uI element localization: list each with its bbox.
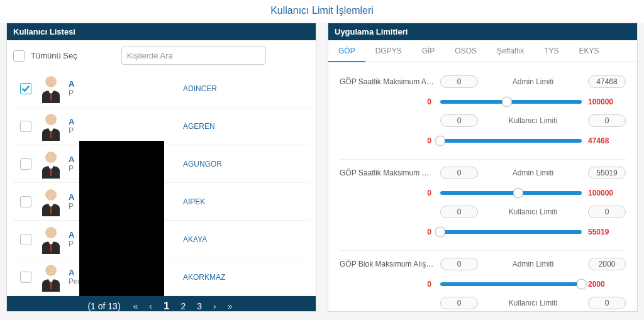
- slider[interactable]: [440, 136, 582, 145]
- slider-min: 0: [340, 280, 434, 289]
- user-checkbox[interactable]: [20, 83, 31, 94]
- svg-rect-11: [50, 282, 52, 289]
- tabs: GÖPDGPYSGİPOSOSŞeffaflıkTYSEKYS: [328, 40, 637, 62]
- limit-group: GÖP Saatlik Maksimum Alış…0Admin Limiti4…: [340, 69, 626, 160]
- limit-min-box[interactable]: 0: [440, 75, 478, 88]
- select-all-checkbox[interactable]: [13, 50, 25, 62]
- slider-track: [440, 139, 582, 143]
- page-title: Kullanıcı Limit İşlemleri: [0, 0, 644, 23]
- pager-next-icon[interactable]: ›: [211, 301, 219, 311]
- slider[interactable]: [440, 189, 582, 197]
- slider-thumb[interactable]: [502, 97, 512, 107]
- user-checkbox[interactable]: [20, 272, 31, 283]
- user-role: P: [69, 126, 158, 135]
- limit-min-box[interactable]: 0: [440, 258, 478, 270]
- limit-type-label: Kullanıcı Limiti: [505, 299, 562, 307]
- pager-last-icon[interactable]: »: [225, 301, 235, 311]
- slider[interactable]: [440, 228, 582, 236]
- tab-ekys[interactable]: EKYS: [569, 40, 609, 62]
- limit-max-box[interactable]: 55019: [588, 167, 626, 179]
- user-code: AKAYA: [158, 235, 207, 244]
- limit-title: GÖP Saatlik Maksimum Alış…: [340, 77, 434, 86]
- limit-type-label: Kullanıcı Limiti: [505, 207, 562, 216]
- slider-min: 0: [340, 97, 434, 106]
- slider-thumb[interactable]: [513, 188, 523, 198]
- tab-dgpys[interactable]: DGPYS: [365, 40, 412, 62]
- limit-min-box[interactable]: 0: [440, 167, 478, 179]
- user-row: APAGEREN: [13, 108, 309, 145]
- pager-page-1[interactable]: 1: [161, 300, 172, 312]
- slider-thumb[interactable]: [577, 279, 587, 289]
- user-checkbox[interactable]: [20, 121, 31, 132]
- search-wrapper: [121, 47, 266, 65]
- user-name: A: [69, 79, 158, 89]
- slider-min: 0: [340, 136, 434, 145]
- limits-panel: Uygulama Limitleri GÖPDGPYSGİPOSOSŞeffaf…: [328, 23, 638, 312]
- redacted-block: [79, 141, 164, 296]
- search-input[interactable]: [121, 47, 266, 65]
- svg-rect-3: [50, 131, 52, 138]
- pager: (1 of 13) « ‹ 1 2 3 › »: [7, 296, 316, 312]
- svg-point-10: [45, 265, 57, 276]
- avatar-icon: [38, 263, 64, 292]
- tab-göp[interactable]: GÖP: [328, 40, 365, 62]
- svg-rect-9: [50, 244, 52, 251]
- limit-min-box[interactable]: 0: [440, 114, 478, 127]
- tab-tys[interactable]: TYS: [534, 40, 569, 62]
- user-code: AGUNGOR: [158, 160, 222, 168]
- user-code: AIPEK: [158, 197, 205, 206]
- pager-first-icon[interactable]: «: [131, 301, 141, 311]
- slider[interactable]: [440, 97, 582, 106]
- user-checkbox[interactable]: [20, 158, 31, 170]
- limit-max-box[interactable]: 47468: [588, 75, 626, 88]
- svg-rect-7: [50, 206, 52, 214]
- slider[interactable]: [440, 280, 582, 289]
- svg-point-6: [45, 189, 57, 201]
- slider-thumb[interactable]: [435, 136, 445, 146]
- tab-gi̇p[interactable]: GİP: [412, 40, 445, 62]
- select-all-label: Tümünü Seç: [31, 51, 77, 60]
- slider-max: 55019: [588, 228, 626, 236]
- svg-rect-5: [50, 168, 52, 176]
- slider-track: [440, 282, 582, 286]
- slider-max: 100000: [588, 189, 626, 197]
- limit-type-label: Kullanıcı Limiti: [505, 116, 562, 125]
- slider-thumb[interactable]: [435, 227, 445, 237]
- limit-min-box[interactable]: 0: [440, 206, 478, 218]
- tab-osos[interactable]: OSOS: [445, 40, 487, 62]
- pager-info: (1 of 13): [87, 301, 120, 311]
- limit-min-box[interactable]: 0: [440, 297, 478, 309]
- user-list-panel: Kullanıcı Listesi Tümünü Seç APADINCERAP…: [6, 23, 316, 312]
- svg-point-8: [45, 227, 57, 238]
- limit-max-box[interactable]: 0: [588, 206, 626, 218]
- slider-max: 47468: [588, 136, 626, 145]
- limit-type-label: Admin Limiti: [505, 77, 562, 86]
- user-role: P: [69, 89, 158, 97]
- slider-max: 2000: [588, 280, 626, 289]
- tab-şeffaflık[interactable]: Şeffaflık: [487, 40, 534, 62]
- avatar-icon: [38, 150, 64, 179]
- limits-body: GÖP Saatlik Maksimum Alış…0Admin Limiti4…: [328, 62, 637, 311]
- limit-max-box[interactable]: 0: [588, 297, 626, 309]
- limit-group: GÖP Blok Maksimum Alış F…0Admin Limiti20…: [340, 251, 626, 311]
- slider-min: 0: [340, 228, 434, 236]
- user-list-header: Kullanıcı Listesi: [7, 23, 316, 40]
- user-code: AGEREN: [158, 122, 215, 131]
- svg-point-2: [45, 114, 57, 125]
- slider-min: 0: [340, 189, 434, 197]
- pager-page-2[interactable]: 2: [179, 301, 189, 311]
- limit-max-box[interactable]: 2000: [588, 258, 626, 270]
- user-checkbox[interactable]: [20, 234, 31, 245]
- avatar-icon: [38, 225, 64, 254]
- avatar-icon: [38, 112, 64, 141]
- limits-header: Uygulama Limitleri: [328, 23, 637, 40]
- slider-max: 100000: [588, 97, 626, 106]
- user-checkbox[interactable]: [20, 196, 31, 207]
- avatar-icon: [38, 74, 64, 103]
- slider-track: [440, 230, 582, 234]
- pager-prev-icon[interactable]: ‹: [147, 301, 155, 311]
- pager-page-3[interactable]: 3: [194, 301, 204, 311]
- limit-max-box[interactable]: 0: [588, 114, 626, 127]
- user-list: APADINCERAPAGERENAPAGUNGORAPAIPEKAPAKAYA…: [13, 70, 309, 296]
- limit-group: GÖP Saatlik Maksimum Sat…0Admin Limiti55…: [340, 160, 626, 251]
